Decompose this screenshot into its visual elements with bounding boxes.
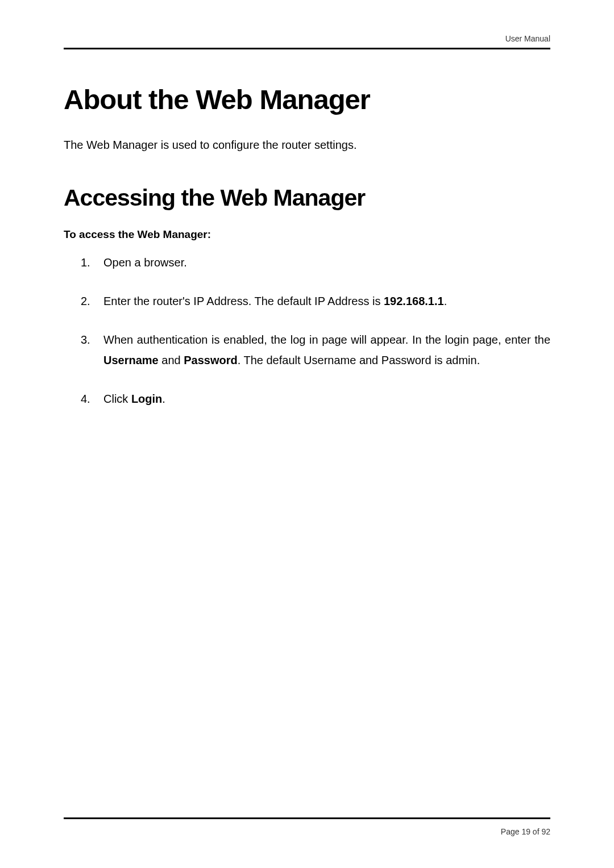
page-title: About the Web Manager bbox=[64, 84, 550, 115]
step-number: 4. bbox=[81, 389, 103, 409]
step-3: 3. When authentication is enabled, the l… bbox=[81, 329, 550, 370]
intro-paragraph: The Web Manager is used to configure the… bbox=[64, 137, 550, 153]
footer: Page 19 of 92 bbox=[64, 817, 550, 836]
header-rule bbox=[64, 48, 550, 49]
section-heading: Accessing the Web Manager bbox=[64, 185, 550, 211]
steps-list: 1. Open a browser. 2. Enter the router's… bbox=[64, 252, 550, 409]
step-number: 1. bbox=[81, 252, 103, 273]
step-text: Open a browser. bbox=[103, 252, 550, 273]
step-4-prefix: Click bbox=[103, 393, 131, 405]
step-number: 2. bbox=[81, 291, 103, 311]
footer-rule bbox=[64, 817, 550, 819]
step-4-suffix: . bbox=[162, 393, 165, 405]
step-1: 1. Open a browser. bbox=[81, 252, 550, 273]
header-label: User Manual bbox=[64, 34, 550, 43]
subsection-heading: To access the Web Manager: bbox=[64, 228, 550, 241]
ip-address-value: 192.168.1.1 bbox=[384, 295, 444, 307]
step-number: 3. bbox=[81, 329, 103, 350]
step-4: 4. Click Login. bbox=[81, 389, 550, 409]
step-2: 2. Enter the router's IP Address. The de… bbox=[81, 291, 550, 311]
step-text: When authentication is enabled, the log … bbox=[103, 329, 550, 370]
step-2-suffix: . bbox=[444, 295, 447, 307]
step-3-part3: . The default Username and Password is a… bbox=[238, 354, 480, 366]
login-label: Login bbox=[131, 393, 162, 405]
username-label: Username bbox=[103, 354, 159, 366]
step-3-part2: and bbox=[159, 354, 184, 366]
step-text: Click Login. bbox=[103, 389, 550, 409]
page-number: Page 19 of 92 bbox=[64, 827, 550, 836]
step-2-prefix: Enter the router's IP Address. The defau… bbox=[103, 295, 384, 307]
password-label: Password bbox=[184, 354, 237, 366]
step-3-part1: When authentication is enabled, the log … bbox=[103, 333, 550, 346]
step-text: Enter the router's IP Address. The defau… bbox=[103, 291, 550, 311]
